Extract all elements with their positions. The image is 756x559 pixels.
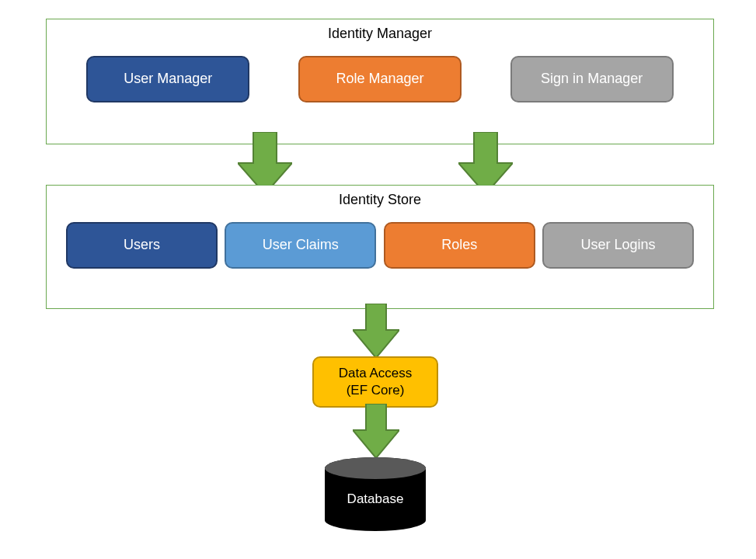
user-manager-box: User Manager — [86, 56, 249, 102]
identity-manager-row: User Manager Role Manager Sign in Manage… — [47, 48, 713, 118]
users-box: Users — [66, 222, 218, 269]
identity-store-section: Identity Store Users User Claims Roles U… — [46, 185, 714, 309]
arrow-down-icon — [353, 404, 399, 458]
arrow-down-icon — [353, 304, 399, 358]
roles-box: Roles — [384, 222, 535, 269]
identity-store-title: Identity Store — [47, 186, 713, 214]
sign-in-manager-box: Sign in Manager — [510, 56, 674, 102]
data-access-box: Data Access (EF Core) — [312, 356, 438, 408]
identity-manager-title: Identity Manager — [47, 19, 713, 48]
user-logins-box: User Logins — [542, 222, 694, 269]
identity-store-row: Users User Claims Roles User Logins — [47, 214, 713, 284]
identity-manager-section: Identity Manager User Manager Role Manag… — [46, 19, 714, 144]
database-label: Database — [325, 491, 426, 507]
data-access-line2: (EF Core) — [347, 382, 405, 399]
role-manager-box: Role Manager — [298, 56, 462, 102]
user-claims-box: User Claims — [225, 222, 376, 269]
database-cylinder: Database — [325, 457, 426, 531]
data-access-line1: Data Access — [339, 365, 413, 382]
